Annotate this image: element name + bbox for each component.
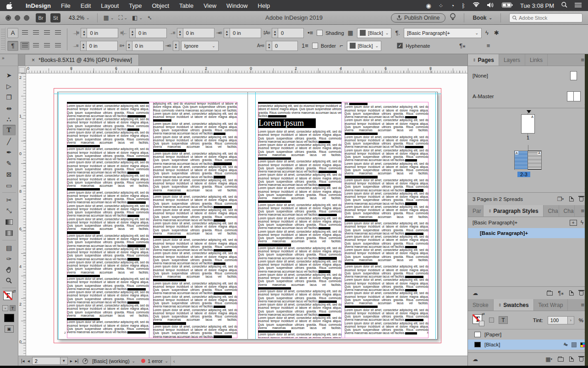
free-transform-tool[interactable]: ⤡ [3,206,16,216]
align-left-button[interactable] [20,29,29,37]
pasteboard[interactable]: Lorem ipsum dolor sit amet, consectetur … [26,73,467,356]
gpu-performance-icon[interactable]: ➴ [147,14,152,21]
dotted-grid-icon[interactable]: ⁘ [438,2,443,9]
drop-cap-lines-stepper[interactable]: ▲▼ [272,28,278,38]
justify-last-left-button[interactable] [53,29,62,37]
window-minimize-button[interactable] [15,15,20,21]
close-tab-icon[interactable]: × [32,57,35,63]
publish-online-button[interactable]: Publish Online [391,13,445,22]
stock-search-input[interactable] [519,15,569,21]
style-override-icon[interactable]: + [570,220,577,226]
text-column-left-1[interactable]: Lorem ipsum dolor sit amet, consectetur … [67,102,149,338]
left-indent-field[interactable]: 0 in [87,28,118,38]
last-line-indent-stepper[interactable]: ▲▼ [126,41,132,51]
frame-tool[interactable]: ⊠ [3,169,16,179]
create-new-style-icon[interactable] [569,290,574,296]
zoom-level-dropdown[interactable]: 43.2%⌄ [69,15,90,21]
master-none-label[interactable]: [None] [473,73,488,78]
quick-apply-icon[interactable]: ϟ [485,29,489,36]
page-number-field[interactable] [32,357,60,365]
tint-value-field[interactable] [548,316,568,324]
bluetooth-icon[interactable]: ᛒ [462,2,465,9]
spotlight-icon[interactable] [561,2,567,9]
hyphenate-checkbox[interactable]: ✓ [397,43,403,49]
menu-table[interactable]: Table [174,2,198,9]
space-before-field[interactable]: 0 in [183,28,214,38]
tab-pages[interactable]: ⇕Pages [468,54,499,66]
numbered-list-icon[interactable]: 1≡ [302,42,308,49]
bridge-button[interactable]: Br [36,13,46,22]
menu-indesign[interactable]: InDesign [21,2,56,9]
page-3-thumbnail[interactable]: A [528,151,542,170]
page-dropdown-button[interactable]: ▼ [60,357,68,365]
swap-fill-stroke-icon[interactable]: ⇄ [482,312,485,316]
window-close-button[interactable] [5,15,11,21]
scissors-tool[interactable]: ✂ [3,195,16,205]
preflight-gauge-icon[interactable] [82,358,88,364]
horizontal-ruler[interactable]: 0 8 6 4 2 0 2 4 6 8 [26,66,467,73]
menu-help[interactable]: Help [253,2,275,9]
content-collector-tool[interactable]: ⛬ [3,114,16,124]
create-new-page-icon[interactable] [569,196,574,201]
justify-right-button[interactable] [42,42,51,50]
page-2-thumbnail-selected[interactable]: A [514,151,528,170]
master-none-thumbnail[interactable] [570,71,577,80]
tab-text-wrap[interactable]: Text Wrap [534,299,568,311]
border-color-dropdown[interactable]: [Black]⌄ [347,41,382,51]
right-indent-field[interactable]: 0 in [136,28,167,38]
first-page-button[interactable]: |◂ [21,358,25,363]
paragraph-style-dropdown[interactable]: [Basic Paragraph]+⌄ [404,28,482,38]
menu-window[interactable]: Window [221,2,253,9]
hand-tool[interactable] [3,264,16,275]
adobe-stock-button[interactable]: St [50,13,60,22]
gradient-swatch-tool[interactable] [3,217,16,227]
zoom-tool[interactable] [3,275,16,286]
battery-icon[interactable] [502,2,513,9]
adobe-stock-search[interactable] [509,13,583,22]
swatch-row-paper[interactable]: [Paper] [468,329,588,340]
note-tool[interactable]: ▤ [3,242,16,253]
cc-sync-icon[interactable]: ☁ [473,290,478,296]
wifi-icon[interactable] [473,2,480,9]
ruler-guide-vertical-right[interactable] [435,92,436,340]
tab-character-partial-1[interactable]: Cha [544,205,559,217]
rectangle-tool[interactable]: ▭ [3,180,16,190]
tab-character-partial-2[interactable]: Cha [559,205,575,217]
clear-overrides-icon[interactable]: ¶⁎ [558,290,564,296]
lightbulb-icon[interactable] [450,13,456,22]
shading-checkbox[interactable] [317,30,323,36]
tab-layers[interactable]: Layers [499,54,525,66]
screen-mode-button[interactable]: ▣ [5,325,14,333]
ruler-guide-vertical-left[interactable] [58,92,59,340]
control-menu-icon[interactable]: ≡ [487,42,490,49]
style-quick-apply-icon[interactable]: ϟ [581,219,583,226]
apply-color-button[interactable] [4,314,14,322]
left-indent-stepper[interactable]: ▲▼ [81,28,87,38]
style-list-item-selected[interactable]: [Basic Paragraph]+ [468,228,588,238]
last-line-indent-field[interactable]: 0 in [132,41,164,51]
tab-stroke[interactable]: Stroke [468,299,494,311]
volume-icon[interactable] [487,2,495,9]
style-group-folder-icon[interactable] [547,290,553,296]
new-color-group-icon[interactable] [558,357,564,362]
gradient-feather-tool[interactable] [3,228,16,238]
tab-paragraph-partial[interactable]: Par [468,205,484,217]
spread-2-3-label[interactable]: 2-3 [517,172,530,177]
menu-type[interactable]: Type [124,2,147,9]
view-options-dropdown[interactable]: ▦⌄ [104,14,114,21]
justify-all-button[interactable] [20,42,29,50]
previous-page-button[interactable]: ◂ [27,358,30,363]
menu-edit[interactable]: Edit [76,2,96,9]
next-page-button[interactable]: ▸ [70,358,72,363]
creative-cloud-icon[interactable]: ◉ [426,2,431,9]
swap-fill-stroke-icon[interactable]: ⇄ [12,289,16,294]
apple-menu-icon[interactable] [6,2,12,9]
master-a-left-thumbnail[interactable] [567,91,574,101]
delete-style-icon[interactable] [579,291,583,296]
menu-bar-clock[interactable]: Tue 3:08 PM [520,2,554,9]
character-formatting-button[interactable]: A [7,28,18,38]
menu-file[interactable]: File [56,2,76,9]
space-before-stepper[interactable]: ▲▼ [177,28,183,38]
space-after-field[interactable]: 0 in [230,28,261,38]
last-page-button[interactable]: ▸| [75,358,79,363]
